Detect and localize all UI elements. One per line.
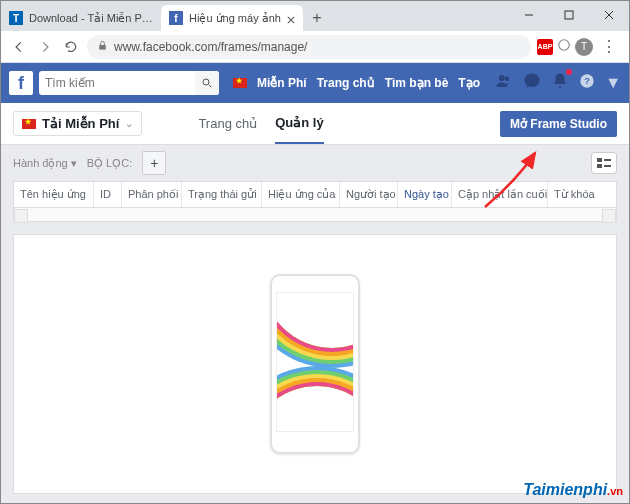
nav-find-friends[interactable]: Tìm bạn bè	[385, 76, 449, 90]
new-tab-button[interactable]: +	[307, 8, 327, 28]
phone-screen	[276, 292, 354, 432]
svg-text:?: ?	[584, 76, 590, 86]
nav-profile[interactable]: Miễn Phí	[257, 76, 307, 90]
frame-preview-panel	[13, 234, 617, 494]
extension-icon[interactable]	[557, 38, 571, 56]
caret-icon: ▾	[71, 157, 77, 170]
col-name[interactable]: Tên hiệu ứng	[14, 182, 94, 207]
watermark: Taimienphi.vn	[523, 481, 623, 499]
svg-point-3	[203, 79, 209, 85]
flag-icon	[233, 78, 247, 88]
friends-icon[interactable]	[495, 72, 513, 94]
svg-rect-11	[604, 165, 611, 167]
chevron-down-icon: ⌄	[125, 118, 133, 129]
svg-rect-9	[604, 159, 611, 161]
browser-tab[interactable]: T Download - Tải Miễn Phí VN - Ph	[1, 5, 161, 31]
table-header-row: Tên hiệu ứng ID Phân phối Trạng thái gửi…	[14, 182, 616, 207]
col-send-status[interactable]: Trạng thái gửi	[182, 182, 262, 207]
flag-icon	[22, 119, 36, 129]
table-controls: Hành động ▾ BỘ LỌC: +	[1, 145, 629, 181]
actions-dropdown[interactable]: Hành động ▾	[13, 157, 77, 170]
filter-label: BỘ LỌC:	[87, 157, 133, 170]
url-input[interactable]: www.facebook.com/frames/manage/	[87, 35, 531, 59]
abp-icon[interactable]: ABP	[537, 39, 553, 55]
svg-rect-8	[597, 158, 602, 162]
col-last-updated[interactable]: Cập nhật lần cuối	[452, 182, 548, 207]
menu-button[interactable]: ⋮	[597, 37, 621, 56]
rainbow-frame-top	[276, 292, 354, 348]
open-frame-studio-button[interactable]: Mở Frame Studio	[500, 111, 617, 137]
close-window-button[interactable]	[589, 1, 629, 29]
view-toggle-button[interactable]	[591, 152, 617, 174]
notification-badge	[566, 69, 572, 75]
svg-rect-0	[565, 11, 573, 19]
svg-rect-10	[597, 164, 602, 168]
profile-avatar-icon[interactable]: T	[575, 38, 593, 56]
notifications-icon[interactable]	[551, 72, 569, 94]
help-icon[interactable]: ?	[579, 73, 595, 93]
tab-title: Download - Tải Miễn Phí VN - Ph	[29, 12, 153, 25]
col-created-date[interactable]: Ngày tạo	[398, 182, 452, 207]
page-selector[interactable]: Tải Miễn Phí ⌄	[13, 111, 142, 136]
frames-table: Tên hiệu ứng ID Phân phối Trạng thái gửi…	[13, 181, 617, 222]
facebook-header: f Miễn Phí Trang chủ Tìm bạn bè Tạo ? ▼	[1, 63, 629, 103]
messenger-icon[interactable]	[523, 72, 541, 94]
search-input[interactable]	[45, 76, 195, 90]
favicon-t-icon: T	[9, 11, 23, 25]
add-filter-button[interactable]: +	[142, 151, 166, 175]
tab-manage[interactable]: Quản lý	[275, 103, 323, 144]
frames-topbar: Tải Miễn Phí ⌄ Trang chủ Quản lý Mở Fram…	[1, 103, 629, 145]
back-button[interactable]	[9, 37, 29, 57]
close-tab-icon[interactable]	[287, 14, 295, 22]
browser-tab-active[interactable]: f Hiệu ứng máy ảnh	[161, 5, 303, 31]
address-bar: www.facebook.com/frames/manage/ ABP T ⋮	[1, 31, 629, 63]
nav-home[interactable]: Trang chủ	[317, 76, 375, 90]
forward-button[interactable]	[35, 37, 55, 57]
search-button[interactable]	[195, 71, 219, 95]
phone-mockup	[270, 274, 360, 454]
col-creator[interactable]: Người tạo	[340, 182, 398, 207]
dropdown-icon[interactable]: ▼	[605, 74, 621, 92]
favicon-fb-icon: f	[169, 11, 183, 25]
facebook-logo[interactable]: f	[9, 71, 33, 95]
tab-title: Hiệu ứng máy ảnh	[189, 12, 281, 25]
tab-home[interactable]: Trang chủ	[198, 103, 257, 144]
search-box[interactable]	[39, 71, 219, 95]
window-titlebar: T Download - Tải Miễn Phí VN - Ph f Hiệu…	[1, 1, 629, 31]
svg-point-4	[499, 75, 505, 81]
col-keyword[interactable]: Từ khóa	[548, 182, 616, 207]
page-name: Tải Miễn Phí	[42, 116, 119, 131]
col-id[interactable]: ID	[94, 182, 122, 207]
nav-create[interactable]: Tạo	[458, 76, 480, 90]
url-text: www.facebook.com/frames/manage/	[114, 40, 307, 54]
maximize-button[interactable]	[549, 1, 589, 29]
rainbow-frame-bottom	[276, 386, 354, 432]
svg-point-5	[505, 77, 510, 82]
reload-button[interactable]	[61, 37, 81, 57]
page-content: Tải Miễn Phí ⌄ Trang chủ Quản lý Mở Fram…	[1, 103, 629, 503]
horizontal-scrollbar[interactable]	[14, 207, 616, 221]
svg-rect-1	[99, 45, 105, 50]
minimize-button[interactable]	[509, 1, 549, 29]
svg-point-2	[559, 39, 570, 50]
lock-icon	[97, 40, 108, 54]
col-distribution[interactable]: Phân phối	[122, 182, 182, 207]
col-effect-of[interactable]: Hiệu ứng của	[262, 182, 340, 207]
